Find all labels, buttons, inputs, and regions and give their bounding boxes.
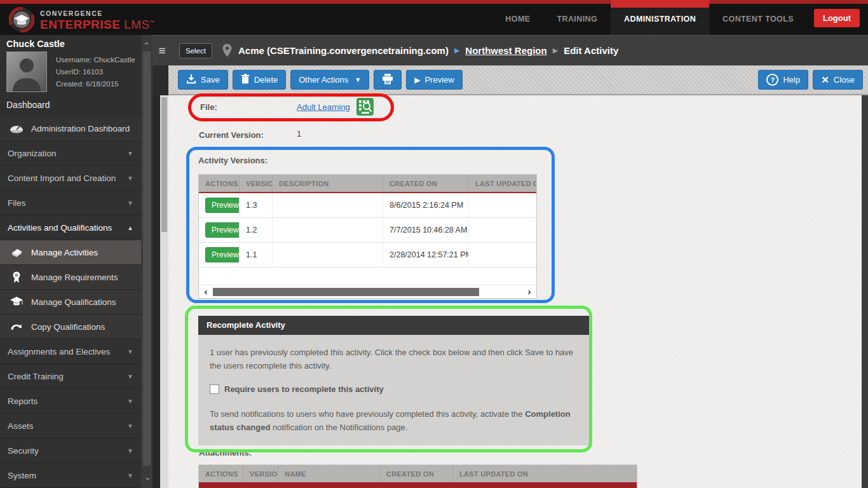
sidebar-item-label: Organization (8, 149, 57, 158)
breadcrumb-page: Edit Activity (564, 45, 618, 56)
sidebar-item-administration-dashboard[interactable]: Administration Dashboard (0, 116, 141, 141)
breadcrumb-region-link[interactable]: Northwest Region (465, 45, 546, 56)
column-header: VERSION (240, 175, 273, 192)
sidebar-scrollbar[interactable]: ‹ ‹ (141, 35, 153, 488)
cell-created: 8/6/2015 2:16:24 PM (383, 193, 469, 217)
current-version-label: Current Version: (199, 130, 264, 140)
sidebar-item-label: Files (8, 198, 26, 208)
preview-row-button[interactable]: Preview (205, 198, 240, 213)
gauge-icon (10, 124, 24, 133)
column-header: CREATED ON (380, 465, 453, 482)
sidebar-item-manage-activities[interactable]: Manage Activities (0, 240, 141, 265)
chevron-down-icon: ▼ (127, 447, 133, 454)
table-horizontal-scrollbar[interactable]: ‹ › (199, 285, 536, 298)
close-label: Close (834, 75, 855, 85)
sidebar-item-label: Reports (8, 396, 37, 406)
nav-home[interactable]: HOME (492, 4, 543, 35)
attachments-title: Attachments: (199, 448, 252, 458)
sidebar-item-dashboard[interactable]: Dashboard (0, 94, 141, 116)
sidebar-item-manage-requirements[interactable]: Manage Requirements (0, 265, 141, 290)
sidebar-item-label: Security (8, 446, 39, 456)
select-button[interactable]: Select (179, 43, 212, 58)
content-scrollbar-thumb[interactable] (161, 97, 167, 232)
scroll-down-icon[interactable]: ‹ (141, 471, 153, 485)
preview-row-button[interactable]: Preview (205, 247, 240, 262)
nav-training[interactable]: TRAINING (543, 4, 611, 35)
sidebar-item-reports[interactable]: Reports ▼ (0, 389, 141, 414)
nav-content-tools[interactable]: CONTENT TOOLS (709, 4, 807, 35)
sidebar-item-activities-qualifications[interactable]: Activities and Qualifications ▲ (0, 215, 141, 240)
help-button[interactable]: ? Help (758, 70, 808, 90)
graduation-cap-icon (10, 297, 24, 307)
cell-description (273, 193, 383, 217)
sidebar-item-label: System (8, 471, 36, 480)
close-button[interactable]: ✕ Close (813, 70, 863, 90)
content-scrollbar[interactable] (160, 95, 168, 488)
table-row: Preview 1.3 8/6/2015 2:16:24 PM (199, 193, 536, 218)
sidebar-item-system[interactable]: System ▼ (0, 463, 141, 488)
sidebar-item-organization[interactable]: Organization ▼ (0, 141, 141, 166)
delete-label: Delete (254, 75, 278, 85)
sidebar-item-files[interactable]: Files ▼ (0, 191, 141, 215)
preview-row-button[interactable]: Preview (205, 222, 240, 238)
sidebar-item-assets[interactable]: Assets ▼ (0, 414, 141, 438)
scrollbar-thumb[interactable] (213, 288, 479, 296)
chevron-down-icon: ▼ (127, 398, 133, 405)
user-meta: Username: ChuckCastle UserID: 16103 Crea… (56, 54, 135, 90)
brand-trademark: ™ (150, 20, 156, 25)
sidebar-item-copy-qualifications[interactable]: Copy Qualifications (0, 315, 141, 339)
print-button[interactable] (374, 70, 402, 90)
attachments-red-row (199, 482, 637, 488)
sidebar-item-manage-qualifications[interactable]: Manage Qualifications (0, 290, 141, 315)
hamburger-icon[interactable]: ≡ (154, 44, 170, 58)
column-header: LAST UPDATED ON (453, 465, 637, 482)
sidebar-item-label: Copy Qualifications (31, 322, 105, 332)
file-link[interactable]: Adult Learning (297, 102, 350, 112)
chevron-down-icon: ▼ (127, 175, 133, 182)
top-navbar: CONVERGENCE ENTERPRISE LMS™ HOME TRAININ… (0, 0, 868, 35)
scroll-up-icon[interactable]: ‹ (141, 36, 153, 50)
main-content: File: Adult Learning Current Version: 1 … (168, 95, 862, 488)
sidebar-item-label: Content Import and Creation (8, 173, 116, 183)
save-label: Save (201, 75, 220, 85)
recomplete-description: 1 user has previously completed this act… (210, 346, 580, 372)
sidebar-item-credit-training[interactable]: Credit Training ▼ (0, 364, 141, 389)
preview-button[interactable]: ▶ Preview (406, 70, 462, 90)
file-browse-icon[interactable] (356, 98, 374, 118)
delete-button[interactable]: Delete (233, 70, 287, 90)
sidebar-item-content-import[interactable]: Content Import and Creation ▼ (0, 166, 141, 191)
breadcrumb: ≡ Select Acme (CSETraining.convergencetr… (153, 35, 868, 65)
column-header: NAME (278, 465, 380, 482)
sidebar-item-assignments-electives[interactable]: Assignments and Electives ▼ (0, 339, 141, 364)
location-pin-icon (222, 44, 232, 57)
save-button[interactable]: Save (178, 70, 228, 90)
logout-button[interactable]: Logout (814, 9, 860, 27)
user-created: Created: 6/18/2015 (56, 78, 135, 90)
scroll-left-icon[interactable]: ‹ (199, 285, 213, 298)
sidebar-item-label: Assets (8, 421, 34, 431)
current-version-value: 1 (297, 129, 301, 139)
user-username: Username: ChuckCastle (56, 54, 135, 66)
scrollbar-track[interactable] (213, 288, 522, 296)
avatar (6, 51, 47, 92)
cell-created: 7/7/2015 10:46:28 AM (383, 218, 469, 242)
loop-arrow-icon (10, 322, 24, 332)
close-icon: ✕ (821, 74, 829, 86)
recomplete-checkbox[interactable] (210, 384, 219, 394)
nav-administration[interactable]: ADMINISTRATION (611, 4, 709, 35)
brand-line1: CONVERGENCE (40, 10, 155, 17)
cell-version: 1.3 (240, 193, 273, 217)
recomplete-checkbox-label: Require users to recomplete this activit… (224, 384, 384, 394)
sidebar-menu: Administration Dashboard Organization ▼ … (0, 116, 141, 488)
sidebar-item-label: Manage Requirements (31, 273, 118, 282)
chevron-down-icon: ▼ (127, 373, 133, 380)
sidebar-item-security[interactable]: Security ▼ (0, 438, 141, 463)
sidebar-item-label: Manage Qualifications (31, 297, 116, 307)
chevron-up-icon: ▲ (127, 224, 133, 231)
sidebar-item-label: Administration Dashboard (31, 124, 130, 133)
column-header: LAST UPDATED ON (469, 175, 536, 192)
scroll-right-icon[interactable]: › (522, 285, 536, 298)
other-actions-button[interactable]: Other Actions ▼ (290, 70, 369, 90)
sidebar-scrollbar-thumb[interactable] (143, 51, 151, 466)
activity-versions-title: Activity Versions: (198, 156, 268, 165)
